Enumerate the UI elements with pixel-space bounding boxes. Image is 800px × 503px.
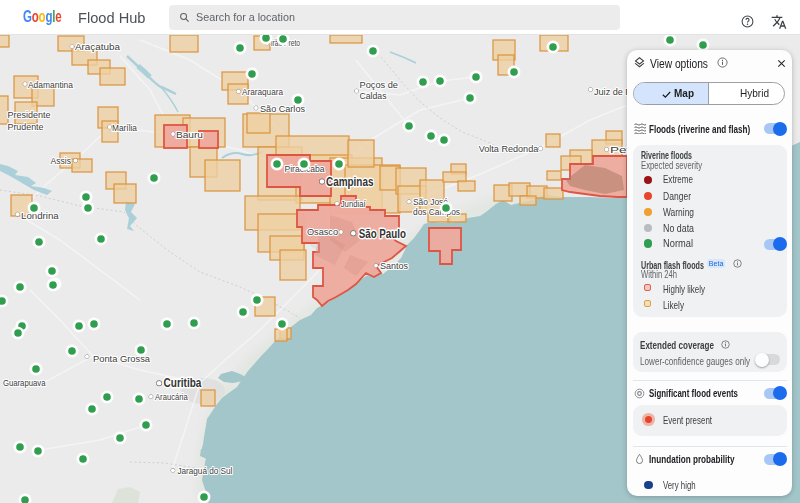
svg-text:São Paulo: São Paulo [359,227,407,241]
svg-text:Londrina: Londrina [21,210,59,221]
svg-text:Osasco: Osasco [307,226,338,237]
svg-text:Prudente: Prudente [8,121,44,132]
svg-text:Araucária: Araucária [155,391,188,402]
svg-text:Campinas: Campinas [326,175,374,189]
svg-text:Poços de: Poços de [360,79,399,90]
svg-text:Presidente: Presidente [8,109,51,120]
svg-text:Volta Redonda: Volta Redonda [479,143,539,154]
svg-text:Jundiaí: Jundiaí [341,198,366,209]
svg-text:Marília: Marília [112,122,138,133]
svg-text:Caldas: Caldas [360,90,387,101]
svg-text:Jaraguá do Sul: Jaraguá do Sul [177,465,232,476]
svg-text:Adamantina: Adamantina [28,79,74,90]
svg-text:Guarapuava: Guarapuava [3,377,46,388]
svg-text:Bauru: Bauru [176,129,203,140]
svg-text:Curitiba: Curitiba [164,376,203,390]
svg-text:Assis: Assis [51,155,72,166]
svg-text:Araraquara: Araraquara [242,86,284,97]
svg-text:dos Campos: dos Campos [413,206,460,217]
svg-text:Santos: Santos [380,260,408,271]
svg-text:Araçatuba: Araçatuba [75,41,121,52]
